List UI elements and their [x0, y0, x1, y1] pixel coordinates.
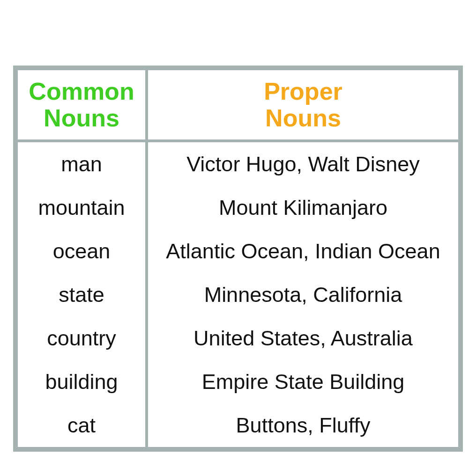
- common-noun-text: cat: [67, 414, 96, 436]
- proper-noun-text: Empire State Building: [202, 371, 405, 393]
- cell-proper: Victor Hugo, Walt Disney: [148, 142, 458, 186]
- table-row: country United States, Australia: [18, 316, 458, 360]
- header-cell-proper: Proper Nouns: [148, 70, 458, 139]
- common-noun-text: building: [45, 371, 118, 393]
- cell-common: country: [18, 316, 148, 360]
- table-row: mountain Mount Kilimanjaro: [18, 186, 458, 229]
- nouns-table: Common Nouns Proper Nouns man Victor Hug…: [13, 66, 463, 452]
- cell-proper: Atlantic Ocean, Indian Ocean: [148, 229, 458, 273]
- table-header-row: Common Nouns Proper Nouns: [18, 70, 458, 139]
- common-noun-text: mountain: [38, 197, 125, 219]
- header-common-label: Common Nouns: [29, 78, 134, 132]
- cell-common: man: [18, 142, 148, 186]
- cell-common: state: [18, 273, 148, 316]
- table-row: ocean Atlantic Ocean, Indian Ocean: [18, 229, 458, 273]
- cell-proper: Mount Kilimanjaro: [148, 186, 458, 229]
- common-noun-text: man: [61, 153, 102, 175]
- table-row: building Empire State Building: [18, 360, 458, 403]
- cell-proper: United States, Australia: [148, 316, 458, 360]
- cell-common: building: [18, 360, 148, 403]
- cell-proper: Minnesota, California: [148, 273, 458, 316]
- table-row: cat Buttons, Fluffy: [18, 403, 458, 447]
- cell-common: ocean: [18, 229, 148, 273]
- common-noun-text: state: [59, 284, 104, 306]
- cell-proper: Buttons, Fluffy: [148, 403, 458, 447]
- cell-common: cat: [18, 403, 148, 447]
- proper-noun-text: Mount Kilimanjaro: [219, 197, 387, 219]
- common-noun-text: country: [47, 327, 116, 349]
- header-proper-label: Proper Nouns: [264, 78, 342, 132]
- proper-noun-text: Buttons, Fluffy: [236, 414, 371, 436]
- cell-proper: Empire State Building: [148, 360, 458, 403]
- table-row: state Minnesota, California: [18, 273, 458, 316]
- table-row: man Victor Hugo, Walt Disney: [18, 142, 458, 186]
- header-cell-common: Common Nouns: [18, 70, 148, 139]
- cell-common: mountain: [18, 186, 148, 229]
- proper-noun-text: Victor Hugo, Walt Disney: [186, 153, 420, 175]
- proper-noun-text: Minnesota, California: [204, 284, 402, 306]
- proper-noun-text: United States, Australia: [193, 327, 413, 349]
- common-noun-text: ocean: [53, 240, 111, 262]
- proper-noun-text: Atlantic Ocean, Indian Ocean: [166, 240, 440, 262]
